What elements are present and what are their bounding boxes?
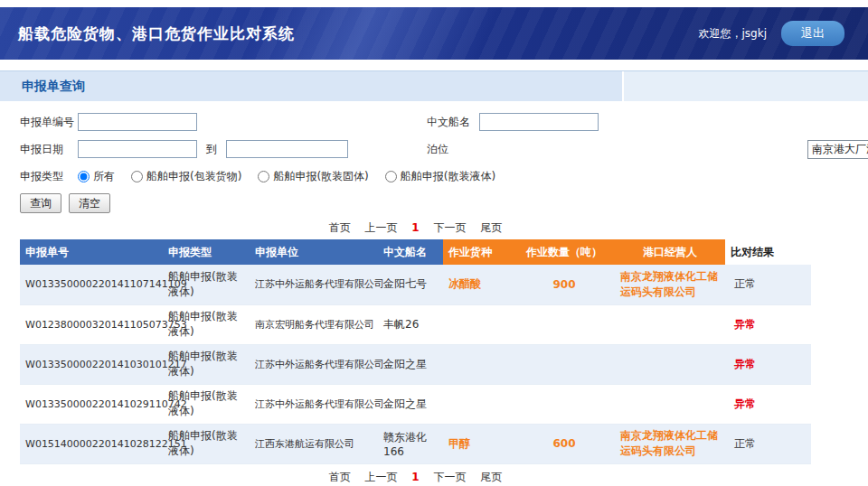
berth-select-value: 南京港大厂港区龙翔液体化工储运1号码头 (808, 141, 868, 158)
header-port-operator: 港口经营人 (615, 239, 725, 265)
page-title: 申报单查询 (0, 71, 85, 101)
app-header: 船载危险货物、港口危货作业比对系统 欢迎您，jsgkj 退出 (0, 7, 868, 60)
cell-declaration-unit: 江西东港航运有限公司 (250, 424, 378, 463)
cell-declaration-unit: 江苏中外运船务代理有限公司 (250, 384, 378, 424)
header-declaration-type: 申报类型 (163, 239, 250, 265)
cell-cargo-type: 甲醇 (443, 424, 514, 463)
cell-declaration-no: W012380000320141105073753 (20, 304, 163, 344)
pagination-prev[interactable]: 上一页 (364, 471, 397, 483)
form-row-1: 申报单编号 中文船名 (20, 108, 868, 136)
declaration-type-label: 申报类型 (20, 169, 78, 184)
header-quantity: 作业数量（吨） (514, 239, 615, 265)
radio-bulk-solid[interactable]: 船舶申报(散装固体) (258, 169, 368, 184)
table-row[interactable]: W015140000220141028122151 船舶申报(散装液体) 江西东… (20, 424, 811, 463)
berth-label: 泊位 (427, 142, 485, 157)
table-body: W013350000220141107141109 船舶申报(散装液体) 江苏中… (20, 265, 811, 463)
cell-cargo-type (443, 304, 514, 344)
pagination-bottom: 首页 上一页 1 下一页 尾页 (20, 470, 811, 485)
declaration-no-input[interactable] (78, 113, 197, 131)
radio-bulk-solid-label: 船舶申报(散装固体) (273, 169, 368, 184)
cell-port-operator: 南京龙翔液体化工储运码头有限公司 (615, 265, 725, 304)
cell-quantity (514, 304, 615, 344)
radio-bulk-solid-input[interactable] (258, 171, 269, 182)
app-title: 船载危险货物、港口危货作业比对系统 (0, 23, 295, 44)
cell-compare-result: 异常 (725, 344, 811, 384)
pagination-first[interactable]: 首页 (329, 221, 351, 234)
pagination-first[interactable]: 首页 (329, 471, 351, 483)
pagination-next[interactable]: 下一页 (434, 471, 467, 483)
radio-packaged-goods-input[interactable] (131, 171, 143, 182)
section-header-right (622, 71, 868, 101)
cell-declaration-type: 船舶申报(散装液体) (163, 344, 250, 384)
radio-all-label: 所有 (93, 169, 115, 184)
pagination-top: 首页 上一页 1 下一页 尾页 (20, 220, 811, 236)
pagination-last[interactable]: 尾页 (480, 221, 502, 234)
logout-button[interactable]: 退出 (781, 21, 844, 46)
form-row-2: 申报日期 到 泊位 南京港大厂港区龙翔液体化工储运1号码头 ▼ (20, 136, 868, 163)
cell-ship-name: 金阳七号 (378, 265, 443, 304)
cell-declaration-no: W013350000220141107141109 (20, 265, 163, 304)
cell-ship-name: 金阳之星 (378, 344, 443, 384)
query-form: 申报单编号 中文船名 申报日期 到 泊位 南京港大厂港区龙翔液体化工储运1号码头… (0, 101, 868, 213)
berth-select[interactable]: 南京港大厂港区龙翔液体化工储运1号码头 ▼ (807, 140, 868, 159)
cell-port-operator (615, 384, 725, 424)
cell-quantity: 900 (514, 265, 615, 304)
cell-ship-name: 丰帆26 (378, 304, 443, 344)
table-header-row: 申报单号 申报类型 申报单位 中文船名 作业货种 作业数量（吨） 港口经营人 比… (20, 239, 811, 265)
date-to-input[interactable] (226, 140, 348, 158)
date-to-label: 到 (206, 142, 217, 157)
date-from-input[interactable] (78, 140, 197, 158)
cell-declaration-unit: 江苏中外运船务代理有限公司 (250, 265, 378, 304)
cell-compare-result: 异常 (725, 384, 811, 424)
query-button[interactable]: 查询 (20, 193, 61, 213)
cell-ship-name: 赣东港化166 (378, 424, 443, 463)
declaration-type-radios: 所有 船舶申报(包装货物) 船舶申报(散装固体) 船舶申报(散装液体) (78, 169, 495, 184)
cell-port-operator: 南京龙翔液体化工储运码头有限公司 (615, 424, 725, 463)
header-ship-name: 中文船名 (378, 239, 443, 265)
cell-declaration-type: 船舶申报(散装液体) (163, 265, 250, 304)
cell-port-operator (615, 304, 725, 344)
table-row[interactable]: W013350000220141030101217 船舶申报(散装液体) 江苏中… (20, 344, 811, 384)
pagination-next[interactable]: 下一页 (434, 221, 467, 234)
cell-declaration-type: 船舶申报(散装液体) (163, 384, 250, 424)
cell-cargo-type: 冰醋酸 (443, 265, 514, 304)
pagination-prev[interactable]: 上一页 (364, 221, 397, 234)
pagination-current-page: 1 (411, 471, 419, 483)
cell-quantity (514, 384, 615, 424)
cell-compare-result: 正常 (725, 424, 811, 463)
radio-bulk-liquid[interactable]: 船舶申报(散装液体) (385, 169, 495, 184)
cell-ship-name: 金阳之星 (378, 384, 443, 424)
header-compare-result: 比对结果 (725, 239, 811, 265)
welcome-text: 欢迎您，jsgkj (699, 26, 768, 42)
section-header: 申报单查询 (0, 70, 868, 101)
radio-packaged-goods[interactable]: 船舶申报(包装货物) (131, 169, 241, 184)
header-right: 欢迎您，jsgkj 退出 (699, 21, 868, 46)
header-declaration-no: 申报单号 (20, 239, 163, 265)
cell-declaration-unit: 南京宏明船务代理有限公司 (250, 304, 378, 344)
table-row[interactable]: W012380000320141105073753 船舶申报(散装液体) 南京宏… (20, 304, 811, 344)
radio-bulk-liquid-input[interactable] (385, 171, 397, 182)
cell-declaration-no: W015140000220141028122151 (20, 424, 163, 463)
cell-declaration-no: W013350000220141030101217 (20, 344, 163, 384)
radio-packaged-goods-label: 船舶申报(包装货物) (146, 169, 241, 184)
clear-button[interactable]: 清空 (69, 193, 110, 213)
pagination-last[interactable]: 尾页 (480, 471, 502, 483)
cell-declaration-no: W013350000220141029110742 (20, 384, 163, 424)
radio-all-input[interactable] (78, 171, 90, 182)
cell-declaration-type: 船舶申报(散装液体) (163, 304, 250, 344)
cell-compare-result: 异常 (725, 304, 811, 344)
header-declaration-unit: 申报单位 (250, 239, 378, 265)
ship-name-label: 中文船名 (427, 115, 485, 130)
cell-declaration-unit: 江苏中外运船务代理有限公司 (250, 344, 378, 384)
form-row-3: 申报类型 所有 船舶申报(包装货物) 船舶申报(散装固体) 船舶申报(散装液体) (20, 163, 868, 190)
table-row[interactable]: W013350000220141107141109 船舶申报(散装液体) 江苏中… (20, 265, 811, 304)
radio-bulk-liquid-label: 船舶申报(散装液体) (401, 169, 495, 184)
table-row[interactable]: W013350000220141029110742 船舶申报(散装液体) 江苏中… (20, 384, 811, 424)
cell-quantity (514, 344, 615, 384)
radio-all[interactable]: 所有 (78, 169, 115, 184)
form-buttons: 查询 清空 (20, 193, 868, 213)
cell-port-operator (615, 344, 725, 384)
cell-compare-result: 正常 (725, 265, 811, 304)
cell-quantity: 600 (514, 424, 615, 463)
ship-name-input[interactable] (479, 113, 599, 131)
